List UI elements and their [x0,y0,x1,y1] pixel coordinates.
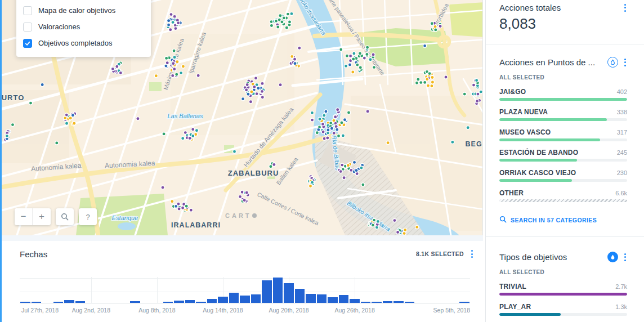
objective-dot[interactable] [280,20,284,24]
objective-dot[interactable] [466,126,469,129]
objective-dot[interactable] [254,77,257,80]
objective-dot[interactable] [355,169,358,172]
objective-dot[interactable] [269,165,272,168]
objective-dot[interactable] [351,70,355,74]
zoom-in-button[interactable]: + [33,208,51,225]
objective-dot[interactable] [169,13,173,16]
objective-dot[interactable] [189,208,193,212]
objective-dot[interactable] [288,20,291,24]
layer-toggle-row[interactable]: Objetivos completados [23,35,143,51]
histogram-bar[interactable] [218,297,228,303]
objective-dot[interactable] [321,122,324,126]
objective-dot[interactable] [347,111,350,114]
objective-dot[interactable] [171,74,175,77]
objective-dot[interactable] [169,28,172,32]
checkbox-unchecked-icon[interactable] [23,6,32,15]
objective-dot[interactable] [426,78,429,81]
histogram-bar[interactable] [262,280,272,303]
objective-dot[interactable] [136,117,140,120]
objective-dot[interactable] [276,25,280,29]
objective-dot[interactable] [175,73,178,76]
histogram-bar[interactable] [32,302,42,303]
objective-dot[interactable] [336,128,339,131]
objective-dot[interactable] [115,65,119,68]
objective-dot[interactable] [195,129,198,132]
objective-dot[interactable] [393,219,396,222]
objective-dot[interactable] [323,114,326,117]
histogram-bar[interactable] [207,299,217,303]
zoom-out-button[interactable]: − [15,208,33,225]
objective-dot[interactable] [419,81,423,84]
objective-dot[interactable] [11,123,14,127]
objective-dot[interactable] [310,118,314,122]
objective-dot[interactable] [426,84,430,87]
histogram-bar[interactable] [174,301,184,303]
histogram-bar[interactable] [328,297,338,303]
objective-dot[interactable] [119,71,122,74]
histogram-bar[interactable] [350,299,360,303]
map-search-button[interactable] [56,208,74,225]
objective-dot[interactable] [65,113,68,117]
objective-dot[interactable] [290,55,294,58]
objective-dot[interactable] [279,83,282,87]
map-panel[interactable]: Máximo Agirre kaleaIparragirre kaleaHurt… [2,0,483,235]
objective-dot[interactable] [431,75,434,79]
objective-dot[interactable] [191,128,195,131]
histogram-bar[interactable] [64,300,74,303]
objective-dot[interactable] [402,232,406,235]
objective-dot[interactable] [247,92,250,96]
objective-dot[interactable] [352,52,356,55]
objective-dot[interactable] [472,83,475,87]
objective-dot[interactable] [272,163,276,166]
histogram-bar[interactable] [383,301,393,303]
objective-dot[interactable] [175,204,178,208]
objective-dot[interactable] [172,49,176,52]
objective-dot[interactable] [298,46,301,50]
histogram-bar[interactable] [240,296,250,303]
objective-dot[interactable] [162,132,166,136]
objective-dot[interactable] [330,127,333,130]
objective-dot[interactable] [253,85,256,88]
objective-dot[interactable] [245,191,248,194]
objective-dot[interactable] [318,117,321,120]
objective-dot[interactable] [376,220,379,223]
objective-dot[interactable] [423,44,427,47]
objective-dot[interactable] [475,79,478,82]
histogram-bar[interactable] [130,301,140,303]
objective-dot[interactable] [111,67,114,70]
objective-dot[interactable] [417,78,420,81]
objective-dot[interactable] [188,136,191,140]
objective-dot[interactable] [463,92,466,96]
histogram-bar[interactable] [53,302,64,303]
objective-dot[interactable] [261,96,264,99]
objective-dot[interactable] [290,12,293,15]
category-row[interactable]: ESTACIÓN DE ABANDO245 [499,149,627,162]
objective-dot[interactable] [279,14,282,17]
objective-dot[interactable] [334,115,337,119]
objective-dot[interactable] [250,90,253,93]
category-row[interactable]: PLAY_AR1.3k [499,303,627,316]
objective-dot[interactable] [366,46,369,49]
objective-dot[interactable] [173,56,176,59]
histogram-bar[interactable] [339,295,349,303]
objective-dot[interactable] [257,87,260,90]
objective-dot[interactable] [431,80,434,84]
objective-dot[interactable] [282,16,285,20]
objective-dot[interactable] [476,100,479,103]
objective-dot[interactable] [404,228,407,231]
objective-dot[interactable] [161,186,164,189]
objective-dot[interactable] [360,166,363,169]
objective-dot[interactable] [29,101,32,105]
histogram-bar[interactable] [75,301,86,303]
checkbox-checked-icon[interactable] [23,39,32,48]
objective-dot[interactable] [327,128,330,132]
histogram-bar[interactable] [229,293,239,303]
objective-dot[interactable] [249,100,252,104]
objective-dot[interactable] [260,90,263,93]
objective-dot[interactable] [371,223,374,227]
objective-dot[interactable] [343,118,346,122]
category-row[interactable]: OTHER6.6k [499,189,627,202]
objective-dot[interactable] [356,63,359,66]
objective-dot[interactable] [5,135,8,138]
widget-menu-kebab-icon[interactable] [623,57,627,68]
